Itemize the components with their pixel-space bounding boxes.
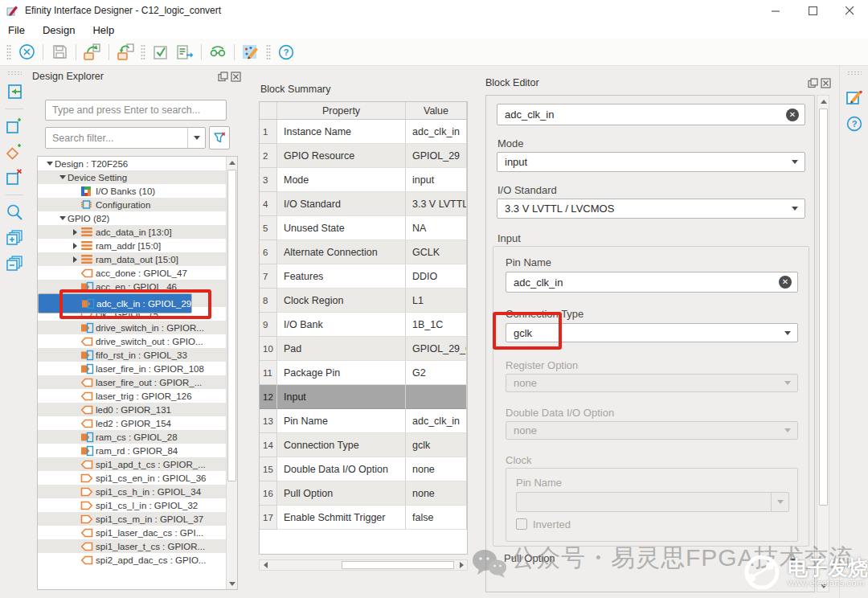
tree-item[interactable]: spi2_apd_dac_cs : GPIO... [38,553,226,567]
table-row[interactable]: 6Alternate ConnectionGCLK [260,240,467,264]
tree-item[interactable]: spi1_cs_h_in : GPIOL_34 [38,485,226,498]
tree-item[interactable]: spi1_cs_l_in : GPIOL_32 [38,498,226,512]
tree-item[interactable]: adc_data_in [13:0] [38,225,226,239]
minimize-button[interactable] [757,0,794,21]
tree-item[interactable]: ram_data_out [15:0] [38,252,226,266]
value-cell[interactable]: G2 [406,361,467,385]
show-connections-button[interactable] [206,42,230,63]
tree-item[interactable]: ram_addr [15:0] [38,239,226,252]
menu-item-file[interactable]: File [8,24,25,36]
panel-float-icon[interactable] [218,72,228,82]
edit-usercode-button[interactable] [239,42,263,63]
value-cell[interactable]: adc_clk_in [406,120,467,144]
column-header-property[interactable]: Property [277,102,406,119]
caret-right-icon[interactable] [70,256,80,263]
pin-name-field[interactable] [506,272,798,293]
value-cell[interactable]: none [406,457,467,481]
table-row[interactable]: 17Enable Schmitt Triggerfalse [260,506,467,530]
export-design-button[interactable] [113,42,137,63]
tree-item[interactable]: Device Setting [38,170,226,184]
panel-float-icon[interactable] [808,78,818,88]
clear-icon[interactable]: ✕ [786,109,799,121]
value-cell[interactable]: DDIO [406,264,467,289]
close-project-button[interactable] [14,42,39,63]
tree-item[interactable]: acc_done : GPIOL_47 [38,266,226,280]
io-standard-select[interactable]: 3.3 V LVTTL / LVCMOS [497,199,805,219]
add-diamond-button[interactable] [4,141,25,162]
tree-item[interactable]: ram_rd : GPIOR_84 [38,444,226,457]
table-row[interactable]: 12Input [260,385,467,409]
tree-item[interactable]: spi1_laser_dac_cs : GPI... [38,526,226,539]
delete-block-button[interactable] [4,167,25,188]
caret-right-icon[interactable] [70,229,80,236]
scroll-up-icon[interactable] [227,157,237,168]
table-row[interactable]: 5Unused StateNA [260,216,467,240]
tree-item[interactable]: drive_switch_out : GPIO... [38,334,226,348]
help-circle-button[interactable]: ? [844,113,865,134]
table-row[interactable]: 15Double Data I/O Optionnone [260,457,467,481]
value-cell[interactable]: 3.3 V LVTTL / LVCM [406,192,467,216]
add-block-button[interactable] [4,116,25,137]
table-row[interactable]: 1Instance Nameadc_clk_in [260,120,467,144]
tree-item[interactable]: led0 : GPIOR_131 [38,403,226,416]
table-row[interactable]: 8Clock RegionL1 [260,289,467,313]
tree-item[interactable]: laser_fire_in : GPIOR_108 [38,362,226,375]
import-block-button[interactable] [4,81,25,102]
table-hscrollbar[interactable] [259,559,468,571]
scroll-down-icon[interactable] [818,580,829,592]
panel-close-icon[interactable] [231,72,241,82]
tree-scrollbar[interactable] [226,157,237,589]
value-cell[interactable]: GCLK [406,240,467,264]
caret-down-icon[interactable] [57,175,68,179]
search-filter-select[interactable]: Search filter... [45,127,206,149]
maximize-button[interactable] [794,0,831,21]
scroll-down-icon[interactable] [227,578,237,589]
value-cell[interactable]: input [406,168,467,192]
table-row[interactable]: 11Package PinG2 [260,361,467,385]
caret-down-icon[interactable] [57,216,68,220]
tree-item[interactable]: spi1_cs_m_in : GPIOL_37 [38,512,226,526]
scrollbar-thumb[interactable] [819,109,828,506]
tree-item[interactable]: GPIO (82) [38,211,226,225]
help-circle-button[interactable]: ? [274,42,298,63]
table-row[interactable]: 3Modeinput [260,168,467,192]
collapse-all-button[interactable] [4,253,25,274]
scroll-left-icon[interactable] [260,560,271,570]
tree-item[interactable]: I/O Banks (10) [38,184,226,198]
table-row[interactable]: 9I/O Bank1B_1C [260,313,467,337]
tree-item[interactable]: led2 : GPIOR_154 [38,416,226,430]
scrollbar-thumb[interactable] [342,561,454,569]
table-row[interactable]: 2GPIO ResourceGPIOL_29 [260,144,467,168]
value-cell[interactable]: adc_clk_in [406,409,467,433]
expand-all-button[interactable] [4,227,25,248]
drag-handle[interactable] [266,44,271,60]
instance-name-field[interactable] [497,104,805,125]
tree-item[interactable]: drive_switch_in : GPIOR... [38,321,226,334]
filter-funnel-button[interactable] [209,126,230,150]
tree-item[interactable]: fifo_rst_in : GPIOL_33 [38,348,226,362]
tree-item[interactable]: spi1_laser_t_cs : GPIOR... [38,539,226,553]
search-input[interactable] [45,100,227,121]
caret-right-icon[interactable] [70,243,80,249]
drag-handle[interactable] [7,71,22,76]
menu-item-design[interactable]: Design [43,24,75,36]
scrollbar-thumb[interactable] [227,170,236,481]
caret-down-icon[interactable] [44,162,55,166]
edit-note-button[interactable] [844,88,865,109]
value-cell[interactable]: none [406,481,467,506]
value-cell[interactable]: GPIOL_29_CLK5 [406,337,467,361]
table-row[interactable]: 13Pin Nameadc_clk_in [260,409,467,433]
close-button[interactable] [831,0,868,21]
table-row[interactable]: 10PadGPIOL_29_CLK5 [260,337,467,361]
table-row[interactable]: 14Connection Typegclk [260,433,467,457]
tree-item[interactable]: laser_fire_out : GPIOR_... [38,375,226,389]
import-design-button[interactable] [80,42,104,63]
tree-item[interactable]: laser_trig : GPIOR_126 [38,389,226,403]
tree-item[interactable]: Design : T20F256 [38,157,226,170]
value-cell[interactable]: gclk [406,433,467,457]
check-design-button[interactable] [149,42,173,63]
clear-icon[interactable]: ✕ [779,276,792,289]
value-cell[interactable] [406,385,467,409]
generate-report-button[interactable] [173,42,197,63]
value-cell[interactable]: 1B_1C [406,313,467,337]
